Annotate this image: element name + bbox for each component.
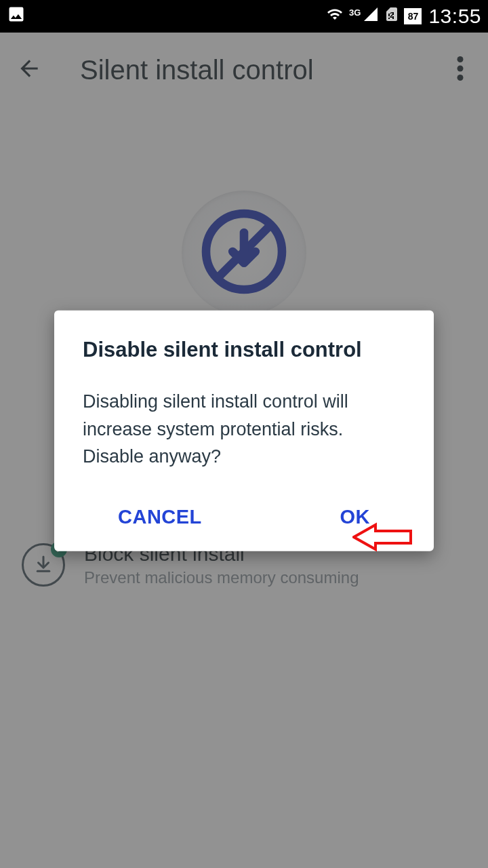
sim-icon: 2 — [384, 5, 400, 27]
dialog-message: Disabling silent install control will in… — [83, 388, 405, 471]
battery-icon: 87 — [404, 8, 422, 24]
dialog-title: Disable silent install control — [83, 338, 405, 362]
wifi-icon — [325, 6, 345, 26]
status-bar: 3G 2 87 13:55 — [0, 0, 488, 33]
status-clock: 13:55 — [428, 5, 481, 28]
gallery-icon — [7, 5, 26, 28]
cancel-button[interactable]: CANCEL — [118, 505, 202, 528]
ok-button[interactable]: OK — [340, 505, 371, 528]
svg-text:2: 2 — [390, 11, 394, 19]
battery-percent: 87 — [408, 12, 419, 21]
signal-icon — [362, 6, 380, 26]
dialog-actions: CANCEL OK — [83, 505, 405, 533]
network-type-label: 3G — [349, 7, 361, 18]
confirm-dialog: Disable silent install control Disabling… — [54, 311, 434, 551]
